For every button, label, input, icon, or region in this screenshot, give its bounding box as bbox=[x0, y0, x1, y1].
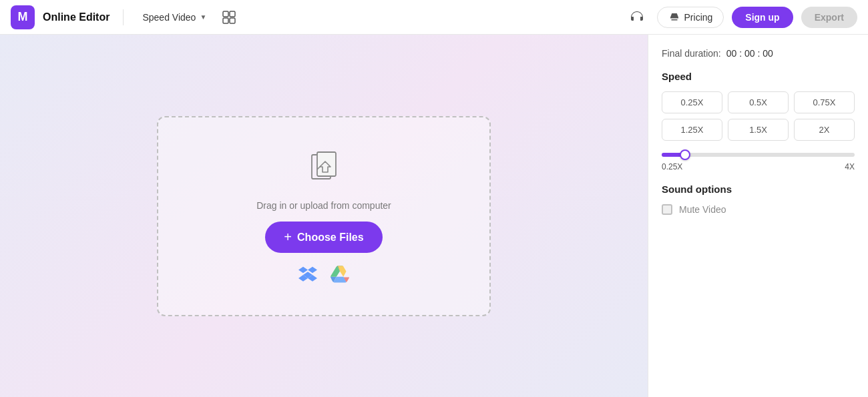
app-header: M Online Editor Speed Video ▼ Pricing Si… bbox=[0, 0, 868, 35]
svg-rect-3 bbox=[230, 18, 235, 23]
chevron-down-icon: ▼ bbox=[200, 13, 206, 21]
speed-video-dropdown[interactable]: Speed Video ▼ bbox=[137, 9, 212, 25]
slider-max-label: 4X bbox=[845, 162, 855, 171]
upload-drag-text: Drag in or upload from computer bbox=[256, 200, 391, 211]
speed-button-2x[interactable]: 2X bbox=[794, 119, 855, 141]
logo-letter: M bbox=[18, 10, 28, 24]
slider-track bbox=[662, 153, 855, 157]
google-drive-icon[interactable] bbox=[329, 264, 351, 285]
layout-grid-icon[interactable] bbox=[220, 8, 238, 27]
final-duration-value: 00 : 00 : 00 bbox=[726, 48, 773, 59]
support-icon[interactable] bbox=[625, 5, 649, 29]
svg-rect-1 bbox=[230, 11, 235, 17]
slider-labels: 0.25X 4X bbox=[662, 162, 855, 171]
slider-min-label: 0.25X bbox=[662, 162, 682, 171]
upload-icon bbox=[302, 147, 345, 189]
export-label: Export bbox=[815, 12, 844, 23]
speed-button-125x[interactable]: 1.25X bbox=[662, 119, 722, 141]
choose-files-label: Choose Files bbox=[297, 232, 364, 244]
cloud-storage-icons bbox=[297, 264, 351, 285]
app-title: Online Editor bbox=[43, 11, 110, 23]
mute-video-row: Mute Video bbox=[662, 204, 855, 215]
svg-marker-6 bbox=[298, 267, 308, 274]
svg-rect-2 bbox=[223, 18, 228, 23]
slider-thumb[interactable] bbox=[680, 149, 690, 160]
signup-button[interactable]: Sign up bbox=[732, 7, 793, 28]
mute-video-label: Mute Video bbox=[679, 204, 726, 215]
dropbox-icon[interactable] bbox=[297, 264, 318, 285]
speed-button-075x[interactable]: 0.75X bbox=[794, 91, 855, 113]
speed-buttons-grid: 0.25X 0.5X 0.75X 1.25X 1.5X 2X bbox=[662, 91, 855, 141]
speed-button-15x[interactable]: 1.5X bbox=[728, 119, 789, 141]
pricing-button[interactable]: Pricing bbox=[657, 7, 724, 28]
svg-marker-7 bbox=[308, 267, 317, 274]
mute-video-checkbox[interactable] bbox=[662, 204, 672, 215]
speed-button-025x[interactable]: 0.25X bbox=[662, 91, 722, 113]
svg-rect-0 bbox=[223, 11, 228, 17]
final-duration-label: Final duration: bbox=[662, 48, 721, 59]
speed-video-label: Speed Video bbox=[142, 12, 196, 23]
sound-section: Sound options Mute Video bbox=[662, 183, 855, 215]
header-divider bbox=[123, 9, 124, 25]
speed-slider-container bbox=[662, 153, 855, 157]
speed-button-05x[interactable]: 0.5X bbox=[728, 91, 789, 113]
sound-section-title: Sound options bbox=[662, 183, 855, 195]
export-button[interactable]: Export bbox=[801, 7, 857, 28]
header-right-section: Pricing Sign up Export bbox=[625, 5, 857, 29]
choose-files-button[interactable]: + Choose Files bbox=[265, 222, 382, 253]
right-panel: Final duration: 00 : 00 : 00 Speed 0.25X… bbox=[648, 35, 868, 397]
pricing-label: Pricing bbox=[684, 12, 713, 23]
app-logo: M bbox=[11, 5, 35, 29]
speed-section-title: Speed bbox=[662, 71, 855, 82]
signup-label: Sign up bbox=[745, 12, 779, 23]
plus-icon: + bbox=[284, 230, 292, 245]
final-duration-row: Final duration: 00 : 00 : 00 bbox=[662, 48, 855, 59]
upload-dropzone[interactable]: Drag in or upload from computer + Choose… bbox=[157, 116, 491, 316]
canvas-area: Drag in or upload from computer + Choose… bbox=[0, 35, 648, 397]
main-content: Drag in or upload from computer + Choose… bbox=[0, 35, 868, 397]
